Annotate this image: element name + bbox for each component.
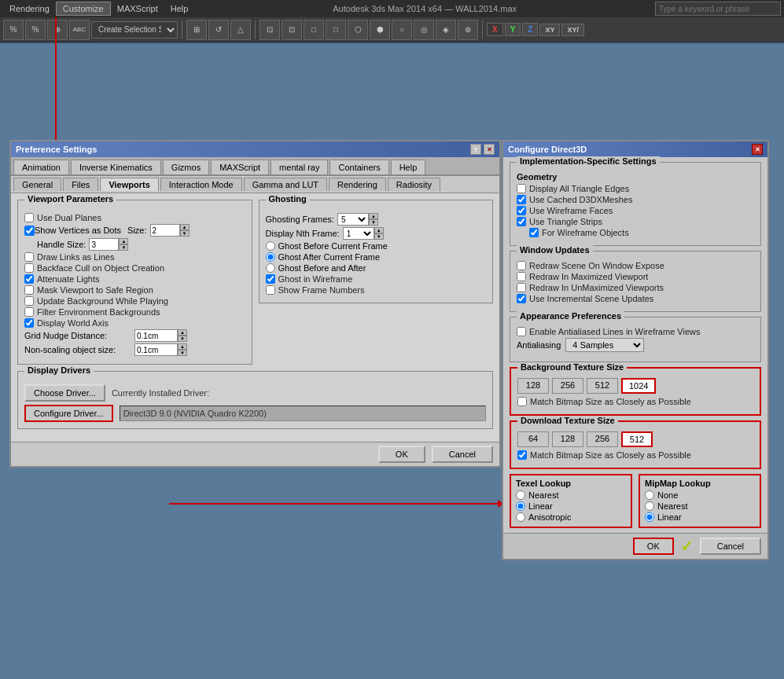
- pref-ok-btn[interactable]: OK: [378, 446, 425, 463]
- tab-help[interactable]: Help: [391, 160, 426, 174]
- use-dual-planes-checkbox[interactable]: [24, 213, 34, 222]
- ghosting-frames-down-btn[interactable]: ▼: [369, 219, 378, 226]
- handle-size-up-btn[interactable]: ▲: [119, 238, 128, 244]
- dl-tex-64-btn[interactable]: 64: [517, 431, 549, 447]
- ghost-before-after-radio[interactable]: [266, 263, 275, 273]
- texel-anisotropic-radio[interactable]: [516, 512, 525, 522]
- tab-viewports[interactable]: Viewports: [100, 178, 158, 191]
- tab-interaction-mode[interactable]: Interaction Mode: [160, 178, 242, 191]
- display-world-axis-checkbox[interactable]: [24, 318, 34, 328]
- bg-tex-256-btn[interactable]: 256: [552, 378, 583, 394]
- grid-nudge-down-btn[interactable]: ▼: [178, 336, 187, 342]
- toolbar-btn-7[interactable]: □: [326, 20, 346, 40]
- show-frame-numbers-checkbox[interactable]: [266, 285, 275, 295]
- use-cached-d3dx-checkbox[interactable]: [517, 195, 526, 204]
- attenuate-lights-checkbox[interactable]: [24, 274, 34, 284]
- tab-maxscript[interactable]: MAXScript: [211, 160, 269, 174]
- handle-size-down-btn[interactable]: ▼: [119, 244, 128, 251]
- tab-files[interactable]: Files: [63, 178, 98, 191]
- mipmap-linear-radio[interactable]: [645, 512, 654, 522]
- update-bg-checkbox[interactable]: [24, 296, 34, 306]
- tab-rendering[interactable]: Rendering: [329, 178, 386, 191]
- axis-xyz-btn[interactable]: XY/: [561, 24, 584, 36]
- dl-match-bitmap-checkbox[interactable]: [517, 450, 527, 460]
- use-triangle-strips-checkbox[interactable]: [517, 217, 526, 226]
- toolbar-btn-11[interactable]: ◎: [414, 20, 434, 40]
- axis-z-btn[interactable]: Z: [522, 23, 538, 36]
- dl-tex-128-btn[interactable]: 128: [552, 431, 583, 447]
- ghost-before-radio[interactable]: [266, 241, 275, 251]
- d3d-close-btn[interactable]: ✕: [752, 144, 763, 155]
- toolbar-btn-1[interactable]: %: [3, 20, 24, 40]
- ghost-after-radio[interactable]: [266, 252, 275, 262]
- redraw-unmaximized-checkbox[interactable]: [517, 283, 526, 292]
- toolbar-btn-snap[interactable]: ⊡: [259, 20, 280, 40]
- menu-item-customize[interactable]: Customize: [56, 2, 111, 16]
- ghosting-nth-select[interactable]: 1: [343, 227, 374, 240]
- tab-radiosity[interactable]: Radiosity: [388, 178, 440, 191]
- bg-tex-512-btn[interactable]: 512: [587, 378, 618, 394]
- ghost-in-wireframe-checkbox[interactable]: [266, 274, 275, 284]
- draw-links-checkbox[interactable]: [24, 252, 34, 262]
- use-incremental-checkbox[interactable]: [517, 294, 526, 303]
- mask-viewport-checkbox[interactable]: [24, 285, 34, 295]
- toolbar-btn-scale[interactable]: △: [230, 20, 251, 40]
- bg-tex-128-btn[interactable]: 128: [517, 378, 549, 394]
- pref-dialog-close-btn[interactable]: ✕: [484, 144, 495, 155]
- ghosting-nth-up-btn[interactable]: ▲: [374, 227, 384, 233]
- menu-item-help[interactable]: Help: [164, 2, 195, 15]
- grid-nudge-up-btn[interactable]: ▲: [178, 329, 187, 336]
- selection-dropdown[interactable]: Create Selection Se: [91, 21, 178, 39]
- toolbar-btn-move[interactable]: ⊞: [186, 20, 207, 40]
- toolbar-btn-13[interactable]: ⊛: [458, 20, 478, 40]
- non-scaling-input[interactable]: [134, 343, 178, 356]
- dl-tex-512-btn[interactable]: 512: [621, 431, 653, 447]
- tab-gamma-lut[interactable]: Gamma and LUT: [244, 178, 327, 191]
- pref-dialog-help-btn[interactable]: ?: [470, 144, 481, 155]
- ghosting-nth-down-btn[interactable]: ▼: [374, 233, 384, 240]
- tab-animation[interactable]: Animation: [13, 160, 69, 174]
- handle-size-input[interactable]: [89, 238, 119, 251]
- ghosting-frames-up-btn[interactable]: ▲: [369, 213, 378, 219]
- use-wireframe-faces-checkbox[interactable]: [517, 206, 526, 215]
- bg-tex-1024-btn[interactable]: 1024: [621, 378, 656, 394]
- mipmap-none-radio[interactable]: [645, 490, 654, 500]
- non-scaling-down-btn[interactable]: ▼: [178, 350, 187, 356]
- tab-inverse-kinematics[interactable]: Inverse Kinematics: [71, 160, 161, 174]
- size-up-btn[interactable]: ▲: [180, 224, 190, 230]
- axis-x-btn[interactable]: X: [487, 23, 503, 36]
- choose-driver-btn[interactable]: Choose Driver...: [24, 384, 105, 402]
- show-vertices-checkbox[interactable]: [24, 226, 35, 236]
- texel-linear-radio[interactable]: [516, 501, 525, 511]
- toolbar-btn-9[interactable]: ⬢: [370, 20, 390, 40]
- enable-antialiased-checkbox[interactable]: [517, 327, 526, 336]
- for-wireframe-objects-checkbox[interactable]: [529, 228, 539, 237]
- size-down-btn[interactable]: ▼: [180, 230, 190, 237]
- tab-containers[interactable]: Containers: [329, 160, 388, 174]
- d3d-ok-btn[interactable]: OK: [633, 538, 674, 555]
- configure-driver-btn[interactable]: Configure Driver...: [24, 405, 113, 422]
- mipmap-nearest-radio[interactable]: [645, 501, 654, 511]
- d3d-cancel-btn[interactable]: Cancel: [700, 538, 761, 555]
- axis-y-btn[interactable]: Y: [505, 23, 521, 36]
- toolbar-btn-abc[interactable]: ABC: [69, 20, 90, 40]
- toolbar-btn-rotate[interactable]: ↺: [208, 20, 229, 40]
- toolbar-btn-select[interactable]: ⊕: [47, 20, 68, 40]
- bg-match-bitmap-checkbox[interactable]: [517, 397, 527, 406]
- non-scaling-up-btn[interactable]: ▲: [178, 343, 187, 350]
- size-input[interactable]: [150, 224, 180, 237]
- pref-cancel-btn[interactable]: Cancel: [432, 446, 493, 463]
- texel-nearest-radio[interactable]: [516, 490, 525, 500]
- toolbar-btn-5[interactable]: ⊡: [282, 20, 302, 40]
- filter-env-checkbox[interactable]: [24, 307, 34, 317]
- tab-mental-ray[interactable]: mental ray: [271, 160, 328, 174]
- toolbar-btn-12[interactable]: ◈: [436, 20, 456, 40]
- toolbar-btn-6[interactable]: □: [304, 20, 324, 40]
- grid-nudge-input[interactable]: [134, 329, 178, 342]
- ghosting-frames-select[interactable]: 5: [337, 213, 369, 226]
- backface-cull-checkbox[interactable]: [24, 263, 34, 273]
- antialiasing-select[interactable]: 4 Samples None 2 Samples 8 Samples: [565, 338, 644, 352]
- toolbar-btn-8[interactable]: ⬡: [348, 20, 368, 40]
- tab-general[interactable]: General: [13, 178, 61, 191]
- toolbar-btn-2[interactable]: %: [25, 20, 46, 40]
